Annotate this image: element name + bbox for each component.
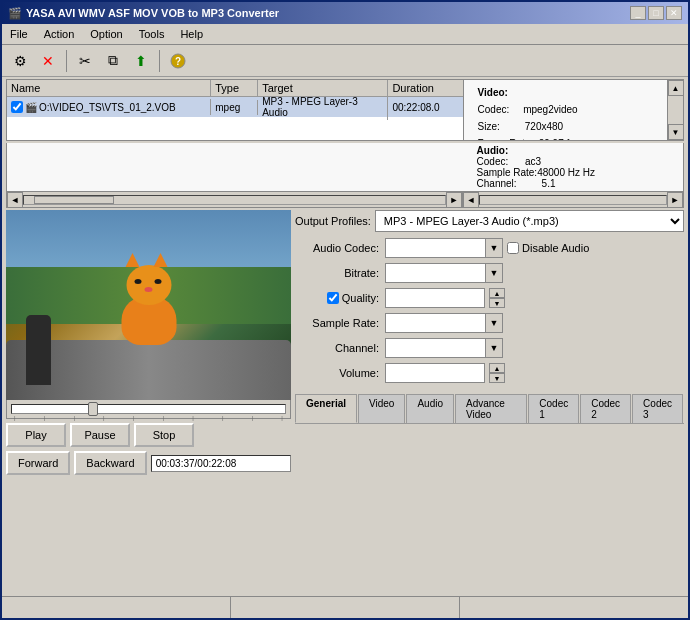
hscroll-right: ◄ ► xyxy=(463,192,683,207)
add-button[interactable]: ⬆ xyxy=(129,49,153,73)
quality-checkbox[interactable] xyxy=(327,292,339,304)
samplerate-control: 44100 ▼ xyxy=(385,313,503,333)
vscroll-up[interactable]: ▲ xyxy=(668,80,684,96)
video-frame xyxy=(6,210,291,400)
hscroll-left-btn[interactable]: ◄ xyxy=(7,192,23,208)
output-profiles-select[interactable]: MP3 - MPEG Layer-3 Audio (*.mp3) xyxy=(375,210,684,232)
quality-control: 0.00 ▲ ▼ xyxy=(385,288,505,308)
volume-spin-up[interactable]: ▲ xyxy=(489,363,505,373)
hscroll2-right-btn[interactable]: ► xyxy=(667,192,683,208)
seek-bar[interactable]: |||||||||| xyxy=(11,404,286,414)
info-size-value: 720x480 xyxy=(525,121,563,132)
close-button[interactable]: ✕ xyxy=(666,6,682,20)
quality-spin-down[interactable]: ▼ xyxy=(489,298,505,308)
menu-file[interactable]: File xyxy=(6,26,32,42)
cat-figure xyxy=(121,295,176,345)
audio-codec-row: Audio Codec: mp3 ▼ Disable Audio xyxy=(295,238,684,258)
file-checkbox[interactable] xyxy=(11,101,23,113)
tab-codec2[interactable]: Codec 2 xyxy=(580,394,631,423)
volume-spin-down[interactable]: ▼ xyxy=(489,373,505,383)
bitrate-combo: 128 ▼ xyxy=(385,263,503,283)
stop-button[interactable]: Stop xyxy=(134,423,194,447)
quality-text: Quality: xyxy=(342,292,379,304)
samplerate-label: Sample Rate: xyxy=(295,317,385,329)
tab-codec3[interactable]: Codec 3 xyxy=(632,394,683,423)
audio-codec-input[interactable]: mp3 xyxy=(385,238,485,258)
menu-help[interactable]: Help xyxy=(176,26,207,42)
title-bar: 🎬 YASA AVI WMV ASF MOV VOB to MP3 Conver… xyxy=(2,2,688,24)
info-channel-value: 5.1 xyxy=(542,178,556,189)
tab-codec1[interactable]: Codec 1 xyxy=(528,394,579,423)
disable-audio-label: Disable Audio xyxy=(522,242,589,254)
video-panel: |||||||||| Play Pause Stop Forward Backw… xyxy=(6,210,291,475)
output-profiles-label: Output Profiles: xyxy=(295,215,371,227)
volume-input[interactable]: 256 xyxy=(385,363,485,383)
file-name-cell: 🎬 O:\VIDEO_TS\VTS_01_2.VOB xyxy=(7,99,211,115)
hscroll-right-btn[interactable]: ► xyxy=(446,192,462,208)
quality-label: Quality: xyxy=(295,292,385,304)
settings-button[interactable]: ⚙ xyxy=(8,49,32,73)
cut-button[interactable]: ✂ xyxy=(73,49,97,73)
pause-button[interactable]: Pause xyxy=(70,423,130,447)
svg-text:?: ? xyxy=(175,56,181,67)
controls-row-2: Forward Backward 00:03:37/00:22:08 xyxy=(6,451,291,475)
hscroll2-left-btn[interactable]: ◄ xyxy=(463,192,479,208)
channel-row: Channel: 2 (Stereo) ▼ xyxy=(295,338,684,358)
help-button[interactable]: ? xyxy=(166,49,190,73)
bitrate-input[interactable]: 128 xyxy=(385,263,485,283)
tab-generial[interactable]: Generial xyxy=(295,394,357,423)
info-audio-codec-value: ac3 xyxy=(525,156,541,167)
file-name-text: O:\VIDEO_TS\VTS_01_2.VOB xyxy=(39,102,176,113)
menu-option[interactable]: Option xyxy=(86,26,126,42)
table-row[interactable]: 🎬 O:\VIDEO_TS\VTS_01_2.VOB mpeg MP3 - MP… xyxy=(7,97,463,117)
maximize-button[interactable]: □ xyxy=(648,6,664,20)
seek-ticks: |||||||||| xyxy=(12,415,285,423)
hscroll-thumb-left xyxy=(34,196,114,204)
info-audio-codec-label: Codec: xyxy=(477,156,509,167)
cat-body xyxy=(121,295,176,345)
bitrate-dropdown-btn[interactable]: ▼ xyxy=(485,263,503,283)
file-list-left: Name Type Target Duration 🎬 O:\VIDEO_TS\… xyxy=(7,80,463,140)
delete-button[interactable]: ✕ xyxy=(36,49,60,73)
play-button[interactable]: Play xyxy=(6,423,66,447)
menu-tools[interactable]: Tools xyxy=(135,26,169,42)
file-duration-cell: 00:22:08.0 xyxy=(388,100,463,115)
bitrate-label: Bitrate: xyxy=(295,267,385,279)
tab-audio[interactable]: Audio xyxy=(406,394,454,423)
quality-spin-up[interactable]: ▲ xyxy=(489,288,505,298)
channel-dropdown-btn[interactable]: ▼ xyxy=(485,338,503,358)
cat-ear-right xyxy=(153,253,167,267)
file-type-cell: mpeg xyxy=(211,100,258,115)
samplerate-input[interactable]: 44100 xyxy=(385,313,485,333)
samplerate-dropdown-btn[interactable]: ▼ xyxy=(485,313,503,333)
tab-video[interactable]: Video xyxy=(358,394,405,423)
tab-advance-video[interactable]: Advance Video xyxy=(455,394,527,423)
quality-row: Quality: 0.00 ▲ ▼ xyxy=(295,288,684,308)
info-audio: Audio: Codec: ac3 Sample Rate:48000 Hz H… xyxy=(463,143,667,191)
audio-codec-control: mp3 ▼ Disable Audio xyxy=(385,238,589,258)
disable-audio-checkbox[interactable] xyxy=(507,242,519,254)
channel-input[interactable]: 2 (Stereo) xyxy=(385,338,485,358)
info-video-label: Video: xyxy=(478,87,508,98)
info-codec-label: Codec: xyxy=(478,104,510,115)
cat-nose xyxy=(144,287,152,292)
backward-button[interactable]: Backward xyxy=(74,451,146,475)
minimize-button[interactable]: _ xyxy=(630,6,646,20)
volume-row: Volume: 256 ▲ ▼ xyxy=(295,363,684,383)
quality-input[interactable]: 0.00 xyxy=(385,288,485,308)
hscroll-track-left[interactable] xyxy=(23,195,446,205)
cat-eye-right xyxy=(154,279,161,284)
menu-action[interactable]: Action xyxy=(40,26,79,42)
forward-button[interactable]: Forward xyxy=(6,451,70,475)
seek-thumb[interactable] xyxy=(88,402,98,416)
hscroll-track-right[interactable] xyxy=(479,195,667,205)
title-bar-buttons: _ □ ✕ xyxy=(630,6,682,20)
copy-button[interactable]: ⧉ xyxy=(101,49,125,73)
audio-codec-dropdown-btn[interactable]: ▼ xyxy=(485,238,503,258)
main-content: |||||||||| Play Pause Stop Forward Backw… xyxy=(6,210,684,475)
vscroll-down[interactable]: ▼ xyxy=(668,124,684,140)
info-framerate-label: Frame Rate: xyxy=(478,138,534,140)
settings-panel: Output Profiles: MP3 - MPEG Layer-3 Audi… xyxy=(295,210,684,475)
file-list-area: Name Type Target Duration 🎬 O:\VIDEO_TS\… xyxy=(6,79,684,141)
status-left xyxy=(2,597,231,618)
